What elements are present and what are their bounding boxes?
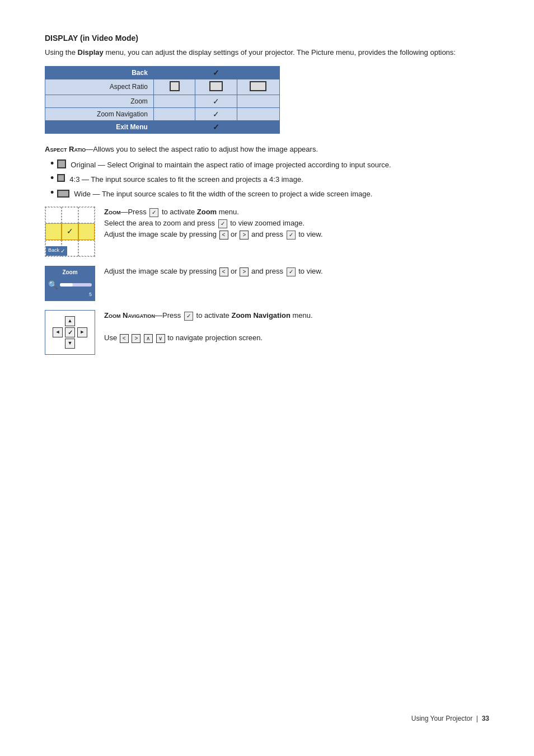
grid-cell-10 bbox=[45, 223, 62, 240]
aspect-ratio-list: • Original — Select Original to maintain… bbox=[50, 159, 489, 200]
nav-icon-down: ∨ bbox=[156, 334, 165, 343]
zoom-right-icon: > bbox=[240, 231, 249, 240]
zoom-section: ✓ Back ✓ Zoom—Press ✓ to activate Zoom m… bbox=[45, 206, 489, 257]
nav-check-btn: ✓ bbox=[65, 327, 75, 337]
nav-down-btn: ▼ bbox=[65, 339, 75, 349]
zoom-slider-section: Zoom 🔍 5 Adjust the image scale by press… bbox=[45, 266, 489, 301]
zoom-grid-back: Back ✓ bbox=[46, 246, 67, 256]
intro-text: Using the Display menu, you can adjust t… bbox=[45, 47, 489, 58]
zoom-slider-box: Zoom 🔍 5 bbox=[45, 266, 95, 301]
nav-right-btn: ► bbox=[77, 327, 87, 337]
zoom-slider-bar-row: 🔍 bbox=[48, 279, 92, 292]
zoom-slider-track bbox=[60, 283, 92, 287]
grid-cell-22 bbox=[78, 240, 95, 256]
bullet-wide: • Wide — The input source scales to fit … bbox=[50, 189, 489, 200]
menu-label-zoom-nav: Zoom Navigation bbox=[45, 107, 154, 120]
section-title: DISPLAY (in Video Mode) bbox=[45, 34, 489, 43]
zoom-left-icon: < bbox=[219, 231, 228, 240]
text-43: 4:3 — The input source scales to fit the… bbox=[69, 174, 303, 185]
zoom-grid-container: ✓ Back ✓ bbox=[45, 206, 95, 257]
menu-table: Back ✓ Aspect Ratio Zoom ✓ Zoom Navigati… bbox=[45, 66, 280, 134]
zoom-check-icon-1: ✓ bbox=[149, 208, 158, 217]
grid-cell-11: ✓ bbox=[62, 223, 78, 240]
bullet-dot-original: • bbox=[50, 158, 54, 168]
page-footer: Using Your Projector | 33 bbox=[411, 715, 489, 722]
page-number: 33 bbox=[482, 715, 489, 722]
aspect-ratio-desc: —Allows you to select the aspect ratio t… bbox=[86, 145, 318, 153]
menu-label-back: Back bbox=[45, 66, 154, 79]
icon-43 bbox=[57, 174, 65, 182]
menu-label-zoom: Zoom bbox=[45, 95, 154, 107]
zoom-check-icon-2: ✓ bbox=[218, 219, 227, 228]
zoom-nav-text: Zoom Navigation—Press ✓ to activate Zoom… bbox=[104, 310, 489, 344]
nav-icon-left: < bbox=[120, 334, 129, 343]
menu-col3-zoom-nav: ✓ bbox=[195, 107, 237, 120]
menu-col2-exit bbox=[153, 120, 195, 133]
menu-col4-exit bbox=[237, 120, 279, 133]
zoom-nav-label: Zoom Navigation bbox=[104, 311, 155, 320]
zoom-text: Zoom—Press ✓ to activate Zoom menu. Sele… bbox=[104, 206, 489, 240]
back-check: ✓ bbox=[60, 247, 65, 256]
nav-down-row: ▼ bbox=[65, 339, 75, 349]
slider-left-icon: < bbox=[219, 267, 228, 276]
nav-icon-right: > bbox=[132, 334, 140, 343]
zoom-slider-text: Adjust the image scale by pressing < or … bbox=[104, 266, 489, 277]
menu-col3-back: ✓ bbox=[195, 66, 237, 79]
bullet-original: • Original — Select Original to maintain… bbox=[50, 159, 489, 171]
back-label: Back bbox=[48, 247, 59, 255]
nav-check-icon-1: ✓ bbox=[184, 312, 193, 321]
bullet-dot-wide: • bbox=[50, 187, 54, 198]
slider-check-icon: ✓ bbox=[287, 267, 296, 276]
nav-left-btn: ◄ bbox=[53, 327, 63, 337]
slider-right-icon: > bbox=[240, 267, 249, 276]
icon-original bbox=[57, 159, 66, 168]
menu-col2-zoom bbox=[153, 95, 195, 107]
aspect-ratio-label: Aspect Ratio bbox=[45, 145, 86, 153]
grid-cell-01 bbox=[62, 207, 78, 223]
menu-col2-zoom-nav bbox=[153, 107, 195, 120]
zoom-nav-box: ▲ ◄ ✓ ► ▼ bbox=[45, 310, 95, 355]
menu-label-exit: Exit Menu bbox=[45, 120, 154, 133]
aspect-ratio-section: Aspect Ratio—Allows you to select the as… bbox=[45, 144, 489, 200]
menu-row-zoom-nav: Zoom Navigation ✓ bbox=[45, 107, 280, 120]
menu-row-zoom: Zoom ✓ bbox=[45, 95, 280, 107]
menu-col2-aspect bbox=[153, 79, 195, 95]
menu-row-aspect: Aspect Ratio bbox=[45, 79, 280, 95]
content-body: Aspect Ratio—Allows you to select the as… bbox=[45, 144, 489, 355]
nav-up-row: ▲ bbox=[65, 316, 75, 326]
menu-col3-exit: ✓ bbox=[195, 120, 237, 133]
zoom-magnify-icon: 🔍 bbox=[48, 279, 58, 292]
icon-wide bbox=[57, 190, 69, 198]
zoom-slider-fill bbox=[60, 283, 73, 287]
grid-cell-12 bbox=[78, 223, 95, 240]
menu-col4-aspect bbox=[237, 79, 279, 95]
menu-col4-back bbox=[237, 66, 279, 79]
menu-col2-back bbox=[153, 66, 195, 79]
text-original: Original — Select Original to maintain t… bbox=[71, 159, 391, 171]
zoom-nav-section: ▲ ◄ ✓ ► ▼ Zoom Navigation—Press ✓ to act… bbox=[45, 310, 489, 355]
text-wide: Wide — The input source scales to fit th… bbox=[74, 189, 372, 200]
zoom-slider-number: 5 bbox=[48, 291, 92, 299]
nav-icon-up: ∧ bbox=[144, 334, 153, 343]
nav-mid-row: ◄ ✓ ► bbox=[53, 327, 87, 337]
menu-row-exit: Exit Menu ✓ bbox=[45, 120, 280, 133]
zoom-label: Zoom bbox=[104, 208, 120, 216]
bullet-43: • 4:3 — The input source scales to fit t… bbox=[50, 174, 489, 185]
menu-col4-zoom bbox=[237, 95, 279, 107]
zoom-check-icon-3: ✓ bbox=[287, 231, 296, 240]
menu-col3-aspect bbox=[195, 79, 237, 95]
menu-row-back: Back ✓ bbox=[45, 66, 280, 79]
grid-cell-02 bbox=[78, 207, 95, 223]
nav-up-btn: ▲ bbox=[65, 316, 75, 326]
menu-label-aspect: Aspect Ratio bbox=[45, 79, 154, 95]
zoom-slider-title: Zoom bbox=[48, 268, 92, 277]
grid-cell-00 bbox=[45, 207, 62, 223]
bullet-dot-43: • bbox=[50, 173, 54, 183]
menu-col4-zoom-nav bbox=[237, 107, 279, 120]
menu-col3-zoom: ✓ bbox=[195, 95, 237, 107]
footer-text: Using Your Projector bbox=[411, 715, 472, 722]
